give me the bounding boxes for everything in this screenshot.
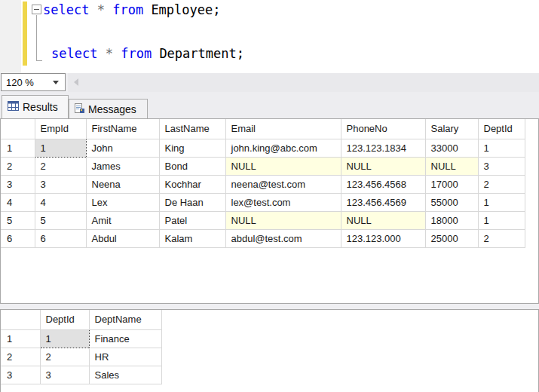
table-row: 33NeenaKochharneena@test.com123.456.4568…	[1, 175, 525, 193]
query-editor[interactable]: select * from Employee; select * from De…	[0, 0, 539, 73]
grid-cell[interactable]: 3	[478, 157, 525, 175]
grid-cell[interactable]: 2	[478, 175, 525, 193]
sql-token	[113, 46, 121, 61]
grid-cell[interactable]: lex@test.com	[225, 193, 341, 211]
zoom-combobox[interactable]: 120 %	[1, 73, 66, 91]
grid-cell[interactable]: 2	[478, 229, 525, 247]
grid-cell[interactable]: NULL	[341, 157, 425, 175]
grid-cell[interactable]: 1	[478, 193, 525, 211]
grid-cell[interactable]: Abdul	[86, 229, 159, 247]
grid-cell[interactable]: NULL	[225, 211, 341, 229]
row-number[interactable]: 3	[1, 366, 40, 384]
table-row: 66AbdulKalamabdul@test.com123.123.000250…	[1, 229, 525, 247]
grid-cell[interactable]: Kochhar	[159, 175, 225, 193]
grid-cell[interactable]: 25000	[425, 229, 478, 247]
row-number[interactable]: 1	[1, 329, 40, 348]
grid-cell[interactable]: john.king@abc.com	[225, 139, 341, 157]
row-number[interactable]: 1	[1, 139, 35, 157]
select-all-corner[interactable]	[1, 119, 35, 139]
grid-cell[interactable]: 123.123.000	[341, 229, 425, 247]
grid-cell[interactable]: 2	[40, 348, 89, 366]
column-header[interactable]: DeptId	[478, 119, 525, 139]
table-row: 22HR	[1, 348, 161, 366]
editor-hscrollbar[interactable]	[68, 73, 539, 92]
column-header[interactable]: EmpId	[35, 119, 86, 139]
column-header[interactable]: DeptId	[40, 310, 89, 329]
select-all-corner[interactable]	[1, 310, 40, 329]
sql-token: from	[112, 2, 143, 17]
department-grid: DeptIdDeptName11Finance22HR33Sales	[1, 310, 162, 384]
grid-cell[interactable]: James	[86, 157, 159, 175]
grid-cell[interactable]: 6	[35, 229, 86, 247]
code-line-1[interactable]: select * from Employee;	[43, 2, 221, 18]
tab-results[interactable]: Results	[2, 95, 69, 118]
grid-cell[interactable]: John	[86, 139, 159, 157]
row-number[interactable]: 4	[1, 193, 35, 211]
results-tabstrip: Results Messages	[0, 92, 539, 118]
column-header[interactable]: FirstName	[86, 119, 159, 139]
column-header[interactable]: LastName	[159, 119, 225, 139]
grid-cell[interactable]: 5	[35, 211, 86, 229]
outline-line	[36, 15, 37, 60]
grid-cell[interactable]: 2	[35, 157, 86, 175]
grid-cell[interactable]: 4	[35, 193, 86, 211]
sql-token: Employee;	[151, 2, 220, 17]
grid-cell[interactable]: 1	[35, 139, 86, 157]
grid-cell[interactable]: 17000	[425, 175, 478, 193]
editor-gutter	[0, 0, 21, 73]
collapse-minus-icon[interactable]	[32, 5, 41, 14]
grid-cell[interactable]: Bond	[159, 157, 225, 175]
grid-cell[interactable]: 123.456.4568	[341, 175, 425, 193]
row-number[interactable]: 2	[1, 348, 40, 366]
grid-cell[interactable]: Patel	[159, 211, 225, 229]
row-number[interactable]: 2	[1, 157, 35, 175]
grid-cell[interactable]: 1	[478, 211, 525, 229]
tab-messages[interactable]: Messages	[69, 99, 148, 118]
sql-token	[143, 2, 151, 17]
grid-cell[interactable]: Finance	[89, 329, 161, 348]
grid-cell[interactable]: King	[159, 139, 225, 157]
grid-cell[interactable]: 33000	[425, 139, 478, 157]
grid-cell[interactable]: 3	[40, 366, 89, 384]
grid-cell[interactable]: Amit	[86, 211, 159, 229]
employee-grid: EmpIdFirstNameLastNameEmailPhoneNoSalary…	[1, 119, 525, 248]
column-header[interactable]: Salary	[425, 119, 478, 139]
sql-token: select	[43, 2, 89, 17]
grid-cell[interactable]: NULL	[225, 157, 341, 175]
scroll-left-arrow-icon[interactable]	[74, 78, 78, 86]
grid-cell[interactable]: Lex	[86, 193, 159, 211]
grid-cell[interactable]: NULL	[425, 157, 478, 175]
column-header[interactable]: Email	[225, 119, 341, 139]
chevron-down-icon[interactable]	[53, 81, 59, 84]
grid-cell[interactable]: Kalam	[159, 229, 225, 247]
column-header[interactable]: PhoneNo	[341, 119, 425, 139]
grid-cell[interactable]: 1	[40, 329, 89, 348]
tab-label: Messages	[88, 103, 136, 115]
messages-icon	[75, 103, 84, 116]
row-number[interactable]: 6	[1, 229, 35, 247]
row-number[interactable]: 3	[1, 175, 35, 193]
grid-cell[interactable]: 55000	[425, 193, 478, 211]
tab-label: Results	[23, 101, 58, 113]
grid-cell[interactable]: De Haan	[159, 193, 225, 211]
sql-token: from	[121, 46, 152, 61]
grid-cell[interactable]: abdul@test.com	[225, 229, 341, 247]
zoom-value: 120 %	[2, 77, 53, 88]
table-row: 33Sales	[1, 366, 161, 384]
grid-cell[interactable]: 123.456.4569	[341, 193, 425, 211]
grid-cell[interactable]: HR	[89, 348, 161, 366]
grid-cell[interactable]: neena@test.com	[225, 175, 341, 193]
grid-cell[interactable]: 3	[35, 175, 86, 193]
row-number[interactable]: 5	[1, 211, 35, 229]
code-line-2[interactable]: select * from Department;	[51, 45, 244, 62]
column-header[interactable]: DeptName	[89, 310, 161, 329]
results-grid-icon	[8, 100, 19, 114]
grid-cell[interactable]: Neena	[86, 175, 159, 193]
department-results-panel: DeptIdDeptName11Finance22HR33Sales	[0, 309, 539, 392]
grid-cell[interactable]: NULL	[341, 211, 425, 229]
grid-cell[interactable]: Sales	[89, 366, 161, 384]
grid-cell[interactable]: 123.123.1834	[341, 139, 425, 157]
grid-splitter[interactable]	[0, 304, 539, 309]
grid-cell[interactable]: 1	[478, 139, 525, 157]
grid-cell[interactable]: 18000	[425, 211, 478, 229]
